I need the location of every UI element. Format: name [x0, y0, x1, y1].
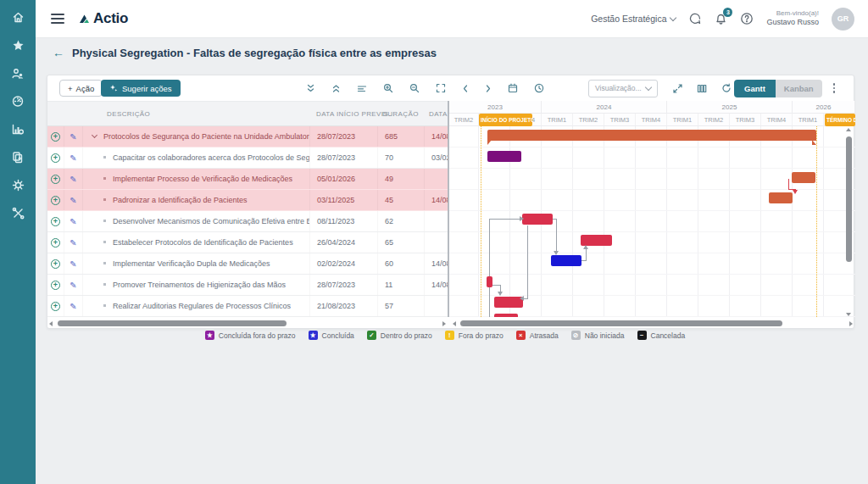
table-row[interactable]: +✎Promover Treinamentos de Higienização …	[47, 275, 448, 296]
table-hscroll-thumb[interactable]	[58, 320, 287, 326]
refresh-icon[interactable]	[721, 83, 732, 93]
suggest-actions-button[interactable]: Sugerir ações	[101, 80, 181, 97]
sidebar-item-home[interactable]	[0, 8, 36, 29]
hamburger-menu-icon[interactable]	[51, 11, 64, 26]
edit-icon[interactable]: ✎	[70, 132, 76, 142]
table-row[interactable]: +✎Realizar Auditorias Regulares de Proce…	[47, 296, 448, 317]
col-description[interactable]: DESCRIÇÃO	[107, 110, 150, 118]
add-subaction-icon[interactable]: +	[51, 259, 60, 269]
gantt-bar[interactable]	[551, 255, 581, 266]
gantt-bar[interactable]	[792, 172, 815, 183]
dependency-arrow-icon	[583, 245, 588, 249]
legend-item: ⊘Não iniciada	[571, 331, 625, 340]
legend-item: ★Concluída fora do prazo	[205, 331, 296, 340]
sidebar-item-favorites[interactable]	[0, 36, 36, 57]
gantt-bar[interactable]	[494, 314, 518, 317]
sidebar-item-users[interactable]	[0, 64, 36, 85]
gantt-quarter-label: TRIM4	[636, 114, 667, 125]
table-row[interactable]: +✎Protocolos de Segurança do Paciente na…	[47, 126, 448, 147]
sidebar-item-documents[interactable]	[0, 148, 36, 169]
table-row[interactable]: +✎Padronizar a Identificação de Paciente…	[47, 190, 448, 211]
prev-period-icon[interactable]	[462, 84, 469, 93]
edit-icon[interactable]: ✎	[70, 175, 76, 184]
zoom-out-icon[interactable]	[409, 83, 420, 93]
add-subaction-icon[interactable]: +	[51, 132, 60, 142]
col-end-date[interactable]: DATA FI	[429, 110, 448, 118]
legend-item: !Fora do prazo	[445, 331, 504, 340]
critical-path-icon[interactable]	[357, 84, 367, 93]
back-arrow-icon[interactable]: ←	[53, 46, 64, 59]
help-button[interactable]	[740, 12, 754, 25]
gantt-bar[interactable]	[494, 297, 523, 308]
scroll-left-icon[interactable]	[453, 321, 456, 326]
add-action-button[interactable]: + Ação	[59, 80, 103, 97]
gantt-bar[interactable]	[487, 130, 816, 141]
kanban-view-button[interactable]: Kanban	[776, 80, 822, 97]
fit-screen-icon[interactable]	[436, 83, 446, 93]
table-row[interactable]: +✎Implementar Verificação Dupla de Medic…	[47, 253, 448, 275]
edit-icon[interactable]: ✎	[70, 153, 76, 163]
gantt-bar[interactable]	[487, 151, 521, 162]
more-options-icon[interactable]	[829, 81, 839, 95]
add-subaction-icon[interactable]: +	[51, 175, 60, 184]
gantt-bar[interactable]	[769, 192, 793, 203]
gantt-quarter-label: TRIM2	[449, 114, 479, 125]
calendar-icon[interactable]	[508, 83, 518, 93]
scroll-down-icon[interactable]	[846, 313, 851, 316]
fullscreen-icon[interactable]	[673, 84, 682, 93]
sidebar-item-dashboard[interactable]	[0, 92, 36, 113]
add-subaction-icon[interactable]: +	[51, 217, 60, 226]
gantt-year-label: 2023	[449, 101, 542, 113]
welcome-block: Bem-vindo(a)! Gustavo Russo	[766, 9, 819, 27]
table-row[interactable]: +✎Implementar Processo de Verificação de…	[47, 169, 448, 190]
edit-icon[interactable]: ✎	[70, 238, 76, 248]
edit-icon[interactable]: ✎	[70, 217, 76, 226]
collapse-caret-icon[interactable]	[92, 132, 97, 138]
edit-icon[interactable]: ✎	[70, 259, 76, 269]
notifications-button[interactable]: 3	[715, 12, 727, 25]
gantt-vscrollbar[interactable]	[845, 128, 853, 316]
edit-icon[interactable]: ✎	[70, 302, 76, 311]
collapse-all-icon[interactable]	[306, 84, 315, 93]
task-end-date: 14/08/	[425, 126, 448, 147]
zoom-in-icon[interactable]	[383, 83, 393, 93]
edit-icon[interactable]: ✎	[70, 196, 76, 205]
columns-icon[interactable]	[697, 84, 707, 93]
module-select[interactable]: Gestão Estratégica	[591, 14, 676, 24]
view-select[interactable]: Visualização...	[588, 80, 658, 97]
gantt-hscroll-thumb[interactable]	[460, 320, 782, 326]
gear-icon	[12, 179, 25, 195]
add-subaction-icon[interactable]: +	[51, 153, 60, 163]
next-period-icon[interactable]	[485, 84, 492, 93]
gantt-hscrollbar[interactable]	[453, 319, 853, 328]
scroll-right-icon[interactable]	[442, 321, 446, 326]
table-row[interactable]: +✎Estabelecer Protocolos de Identificaçã…	[47, 232, 448, 253]
table-hscrollbar[interactable]	[49, 319, 446, 328]
add-subaction-icon[interactable]: +	[51, 238, 60, 248]
scroll-right-icon[interactable]	[849, 321, 853, 326]
sidebar-item-tools[interactable]	[0, 204, 36, 225]
sidebar-item-reports[interactable]	[0, 120, 36, 141]
app-logo[interactable]: Actio	[78, 10, 128, 27]
sidebar-item-settings[interactable]	[0, 176, 36, 197]
table-row[interactable]: +✎Capacitar os colaboradores acerca dos …	[47, 147, 448, 169]
col-duration[interactable]: DURAÇÃO	[382, 110, 419, 118]
edit-icon[interactable]: ✎	[70, 281, 76, 290]
chat-button[interactable]	[688, 12, 702, 25]
time-icon[interactable]	[534, 83, 544, 93]
table-row[interactable]: +✎Desenvolver Mecanismos de Comunicação …	[47, 211, 448, 232]
task-end-date	[425, 296, 448, 316]
gantt-bar[interactable]	[522, 214, 553, 225]
gantt-view-button[interactable]: Gantt	[734, 80, 776, 97]
dependency-arrow-icon	[498, 292, 503, 296]
avatar[interactable]: GR	[832, 8, 854, 31]
scroll-up-icon[interactable]	[846, 128, 851, 131]
gantt-vscroll-thumb[interactable]	[846, 136, 852, 262]
scroll-left-icon[interactable]	[49, 321, 53, 326]
gantt-bar[interactable]	[487, 276, 492, 287]
add-subaction-icon[interactable]: +	[51, 281, 60, 290]
add-subaction-icon[interactable]: +	[51, 196, 60, 205]
add-subaction-icon[interactable]: +	[51, 302, 60, 311]
task-description: Capacitar os colaboradores acerca dos Pr…	[113, 153, 309, 162]
expand-all-icon[interactable]	[331, 84, 341, 93]
